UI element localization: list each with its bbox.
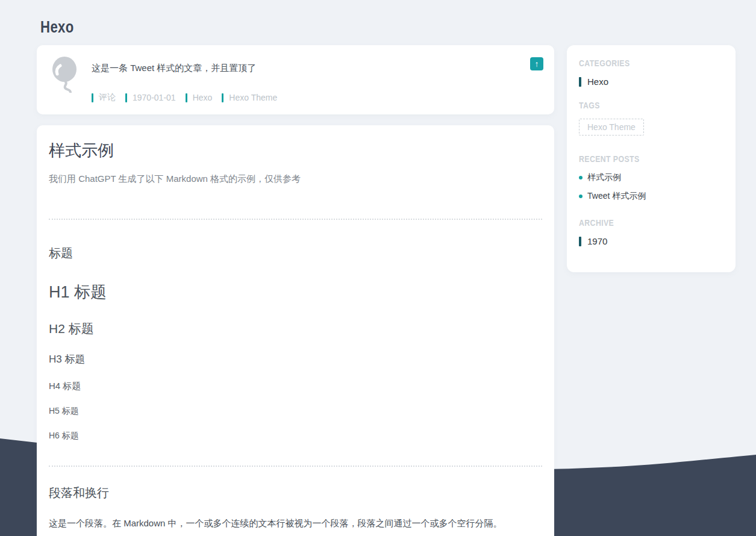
meta-separator-bar: [92, 93, 93, 102]
category-label: Hexo: [587, 76, 608, 87]
bullet-icon: [579, 195, 583, 198]
recent-post-label: 样式示例: [587, 172, 621, 183]
recent-post-link[interactable]: 样式示例: [579, 172, 723, 183]
tweet-meta: 评论 1970-01-01 Hexo Hexo Theme: [92, 92, 287, 103]
site-header: Hexo: [0, 0, 756, 45]
h6-demo: H6 标题: [49, 431, 542, 441]
section-title-paragraphs: 段落和换行: [49, 485, 542, 501]
tweet-category-link[interactable]: Hexo: [186, 92, 213, 103]
archive-label: 1970: [587, 236, 607, 246]
recent-posts-title: RECENT POSTS: [579, 154, 640, 164]
sidebar: CATEGORIES Hexo TAGS Hexo Theme RECENT P…: [567, 45, 736, 272]
meta-separator-bar: [222, 93, 223, 102]
archive-bar-icon: [579, 237, 581, 246]
recent-post-link[interactable]: Tweet 样式示例: [579, 191, 723, 202]
archive-title: ARCHIVE: [579, 217, 614, 228]
post-subtitle: 我们用 ChatGPT 生成了以下 Markdown 格式的示例，仅供参考: [49, 173, 542, 185]
dotted-divider: [49, 219, 542, 220]
tweet-tag-label: Hexo Theme: [229, 93, 277, 102]
bullet-icon: [579, 176, 583, 179]
h5-demo: H5 标题: [49, 406, 542, 417]
pinned-badge: ↑: [530, 57, 543, 70]
avatar: [51, 55, 80, 93]
widget-categories: CATEGORIES Hexo: [579, 58, 723, 87]
h3-demo: H3 标题: [49, 352, 542, 366]
balloon-icon: [51, 55, 80, 93]
post-title[interactable]: 样式示例: [49, 140, 542, 161]
pinned-tweet-card: 这是一条 Tweet 样式的文章，并且置顶了 评论 1970-01-01: [37, 45, 554, 114]
h2-demo: H2 标题: [49, 320, 542, 337]
tweet-comments-link[interactable]: 评论: [92, 92, 116, 103]
widget-tags: TAGS Hexo Theme: [579, 100, 723, 136]
meta-separator-bar: [125, 93, 127, 102]
widget-recent-posts: RECENT POSTS 样式示例 Tweet 样式示例: [579, 154, 723, 202]
tweet-comments-label: 评论: [99, 92, 116, 103]
tweet-text: 这是一条 Tweet 样式的文章，并且置顶了: [92, 63, 287, 74]
tweet-date-label: 1970-01-01: [133, 93, 176, 102]
tweet-tag-link[interactable]: Hexo Theme: [222, 92, 277, 103]
post-card: 样式示例 我们用 ChatGPT 生成了以下 Markdown 格式的示例，仅供…: [37, 125, 554, 536]
tweet-category-label: Hexo: [193, 93, 213, 102]
h1-demo: H1 标题: [49, 281, 542, 303]
tags-title: TAGS: [579, 100, 600, 110]
categories-title: CATEGORIES: [579, 58, 630, 68]
h4-demo: H4 标题: [49, 381, 542, 392]
paragraph: 这是一个段落。在 Markdown 中，一个或多个连续的文本行被视为一个段落，段…: [49, 517, 542, 531]
sidebar-tag-hexo-theme[interactable]: Hexo Theme: [579, 119, 644, 136]
category-bar-icon: [579, 77, 581, 87]
dotted-divider: [49, 466, 542, 467]
sidebar-archive-1970[interactable]: 1970: [579, 236, 723, 246]
sidebar-category-hexo[interactable]: Hexo: [579, 76, 723, 87]
section-title-headings: 标题: [49, 245, 542, 261]
arrow-up-icon: ↑: [535, 59, 539, 69]
meta-separator-bar: [186, 93, 187, 102]
tweet-date: 1970-01-01: [125, 92, 176, 103]
recent-post-label: Tweet 样式示例: [587, 191, 646, 202]
site-logo[interactable]: Hexo: [40, 18, 74, 37]
widget-archive: ARCHIVE 1970: [579, 217, 723, 246]
